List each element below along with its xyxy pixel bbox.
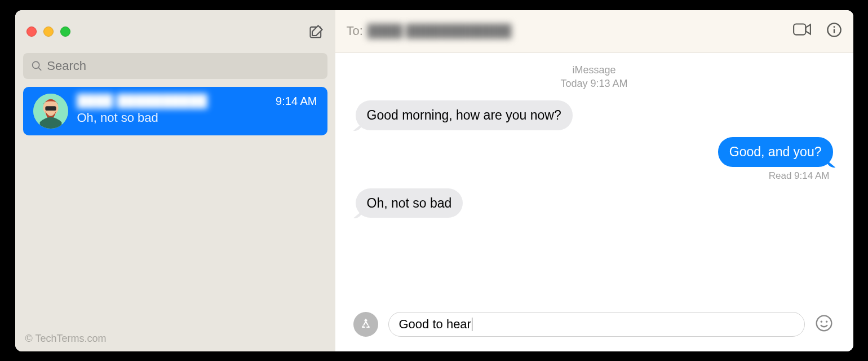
window-minimize-button[interactable] <box>43 27 54 37</box>
svg-point-10 <box>825 320 827 322</box>
attribution-text: © TechTerms.com <box>25 333 107 345</box>
to-label: To: <box>347 24 363 38</box>
window-fullscreen-button[interactable] <box>60 27 70 37</box>
sidebar: ████ ██████████ 9:14 AM Oh, not so bad ©… <box>15 10 335 351</box>
svg-point-1 <box>32 61 39 68</box>
compose-field[interactable]: Good to hear <box>388 312 805 337</box>
main-header: To: ████ ████████████ <box>335 10 853 53</box>
conversation-time: 9:14 AM <box>276 95 317 108</box>
message-bubble: Oh, not so bad <box>356 188 463 218</box>
composer: Good to hear <box>335 312 853 351</box>
message-received[interactable]: Oh, not so bad <box>356 188 833 218</box>
compose-draft-text: Good to hear <box>399 317 471 332</box>
app-store-icon <box>359 318 373 331</box>
compose-new-message-button[interactable] <box>308 24 324 39</box>
message-bubble: Good, and you? <box>718 137 833 167</box>
avatar <box>33 94 68 129</box>
thread-timestamp: iMessage Today 9:13 AM <box>356 63 833 91</box>
conversation-header: ████ ██████████ 9:14 AM <box>77 94 317 108</box>
read-receipt: Read 9:14 AM <box>769 170 830 182</box>
conversation-list: ████ ██████████ 9:14 AM Oh, not so bad <box>15 87 335 135</box>
svg-rect-4 <box>45 106 56 111</box>
to-value: ████ ████████████ <box>367 24 512 38</box>
messages-window: ████ ██████████ 9:14 AM Oh, not so bad ©… <box>15 10 853 351</box>
thread-date-label: Today 9:13 AM <box>560 78 627 89</box>
conversation-preview: Oh, not so bad <box>77 111 317 125</box>
search-field[interactable] <box>23 53 327 79</box>
svg-point-7 <box>833 26 835 28</box>
info-icon <box>826 22 842 38</box>
message-received[interactable]: Good morning, how are you now? <box>356 100 833 130</box>
smiley-icon <box>815 314 833 332</box>
window-controls <box>26 27 70 37</box>
message-sent[interactable]: Good, and you? Read 9:14 AM <box>356 137 833 182</box>
conversation-name: ████ ██████████ <box>77 94 208 108</box>
text-caret <box>472 318 472 331</box>
svg-rect-5 <box>794 24 805 34</box>
emoji-picker-button[interactable] <box>815 314 835 334</box>
sidebar-titlebar <box>15 10 335 53</box>
main-panel: To: ████ ████████████ <box>335 10 853 351</box>
header-actions <box>792 22 842 40</box>
thread-service-label: iMessage <box>356 63 833 77</box>
svg-point-8 <box>816 315 831 331</box>
conversation-text: ████ ██████████ 9:14 AM Oh, not so bad <box>77 94 317 125</box>
facetime-button[interactable] <box>792 22 812 40</box>
search-container <box>15 53 335 87</box>
video-camera-icon <box>792 22 812 37</box>
details-button[interactable] <box>826 22 842 40</box>
to-field[interactable]: To: ████ ████████████ <box>347 24 512 38</box>
conversation-item[interactable]: ████ ██████████ 9:14 AM Oh, not so bad <box>23 87 327 135</box>
message-thread[interactable]: iMessage Today 9:13 AM Good morning, how… <box>335 53 853 312</box>
search-icon <box>31 60 43 72</box>
svg-point-9 <box>820 320 822 322</box>
search-input[interactable] <box>47 59 319 73</box>
window-close-button[interactable] <box>26 27 37 37</box>
avatar-memoji-icon <box>33 94 68 129</box>
compose-icon <box>308 24 324 39</box>
imessage-apps-button[interactable] <box>353 312 378 337</box>
message-bubble: Good morning, how are you now? <box>356 100 573 130</box>
